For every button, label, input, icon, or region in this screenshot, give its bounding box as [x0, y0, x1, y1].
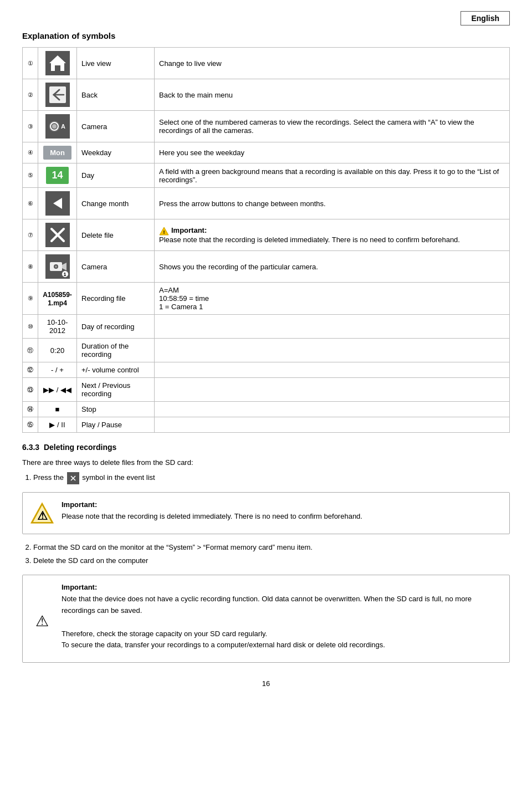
row-desc [155, 378, 510, 402]
row-name: Weekday [77, 142, 155, 163]
step-3: Delete the SD card on the computer [33, 555, 510, 567]
important-label: Important: [171, 226, 207, 234]
row-icon: 0:20 [38, 339, 77, 362]
icon-text: - / + [51, 366, 64, 374]
row-num: ⑧ [23, 251, 38, 283]
row-desc: Change to live view [155, 48, 510, 79]
table-row: ⑦ Delete file ! Important: Please note t… [23, 219, 510, 251]
row-icon: A [38, 111, 77, 142]
svg-marker-8 [53, 198, 62, 209]
svg-rect-1 [55, 65, 60, 71]
svg-marker-14 [62, 263, 66, 270]
row-name: Live view [77, 48, 155, 79]
row-name: Play / Pause [77, 417, 155, 433]
row-name: Next / Previous recording [77, 378, 155, 402]
row-name: Change month [77, 188, 155, 219]
page-title: Explanation of symbols [22, 31, 510, 40]
table-row: ⑭■Stop [23, 402, 510, 417]
table-row: ⑫- / ++/- volume control [23, 362, 510, 378]
row-desc [155, 402, 510, 417]
section-633-intro: There are three ways to delete files fro… [22, 457, 510, 469]
row-num: ⑦ [23, 219, 38, 251]
row-name: Duration of the recording [77, 339, 155, 362]
icon-text: 0:20 [50, 346, 64, 355]
camera-icon: A [45, 114, 70, 139]
svg-point-16 [55, 265, 57, 268]
row-num: ③ [23, 111, 38, 142]
important-warning-inline: ! Important: Please note that the record… [159, 226, 460, 244]
svg-text:!: ! [163, 229, 165, 235]
row-desc: Back to the main menu [155, 79, 510, 111]
language-label: English [461, 11, 510, 25]
row-name: Day of recording [77, 315, 155, 339]
language-section: English [22, 11, 510, 25]
weekday-badge: Mon [43, 146, 71, 160]
row-num: ⑫ [23, 362, 38, 378]
row-desc: A field with a green background means th… [155, 163, 510, 188]
table-row: ③ A CameraSelect one of the numbered cam… [23, 111, 510, 142]
row-desc: ! Important: Please note that the record… [155, 219, 510, 251]
table-row: ⑬▶▶ / ◀◀Next / Previous recording [23, 378, 510, 402]
camera2-icon: 1 [45, 254, 70, 279]
important-box-2-title: Important: [62, 583, 500, 591]
delete-important-text: Please note that the recording is delete… [159, 236, 460, 244]
table-row: ⑨A105859-1.mp4Recording fileA=AM 10:58:5… [23, 283, 510, 315]
row-num: ⑥ [23, 188, 38, 219]
svg-point-6 [52, 124, 57, 129]
row-num: ⑬ [23, 378, 38, 402]
row-icon [38, 79, 77, 111]
row-desc: A=AM 10:58:59 = time 1 = Camera 1 [155, 283, 510, 315]
row-desc [155, 339, 510, 362]
row-name: Recording file [77, 283, 155, 315]
row-name: Camera [77, 111, 155, 142]
delete-symbol-inline [67, 472, 79, 484]
row-desc [155, 417, 510, 433]
row-num: ⑭ [23, 402, 38, 417]
row-name: Stop [77, 402, 155, 417]
arrow-left-icon [45, 191, 70, 216]
icon-text: ■ [55, 405, 60, 413]
live-view-icon [45, 51, 70, 75]
table-row: ⑮▶ / IIPlay / Pause [23, 417, 510, 433]
table-row: ⑥ Change monthPress the arrow buttons to… [23, 188, 510, 219]
symbols-table: ① Live viewChange to live view② BackBack… [22, 47, 510, 433]
table-row: ② BackBack to the main menu [23, 79, 510, 111]
row-desc [155, 315, 510, 339]
row-num: ⑩ [23, 315, 38, 339]
warn-tri-icon: ! [159, 227, 169, 236]
section-633-heading: 6.3.3 Deleting recordings [22, 443, 510, 452]
icon-text: ▶▶ / ◀◀ [43, 386, 71, 394]
row-name: +/- volume control [77, 362, 155, 378]
section-633-steps: Press the symbol in the event list [33, 472, 510, 484]
row-name: Back [77, 79, 155, 111]
table-row: ⑪0:20Duration of the recording [23, 339, 510, 362]
day-badge: 14 [46, 167, 68, 184]
row-num: ⑤ [23, 163, 38, 188]
row-icon [38, 48, 77, 79]
row-num: ① [23, 48, 38, 79]
table-row: ⑩10-10-2012Day of recording [23, 315, 510, 339]
warning-icon-1: ⚠ [30, 502, 54, 525]
row-icon [38, 188, 77, 219]
row-num: ④ [23, 142, 38, 163]
icon-text: ▶ / II [49, 421, 65, 429]
row-num: ⑪ [23, 339, 38, 362]
row-icon: ▶▶ / ◀◀ [38, 378, 77, 402]
back-icon [45, 83, 70, 107]
step-1: Press the symbol in the event list [33, 472, 510, 484]
section-633: 6.3.3 Deleting recordings There are thre… [22, 443, 510, 663]
row-name: Delete file [77, 219, 155, 251]
row-icon: A105859-1.mp4 [38, 283, 77, 315]
row-desc: Select one of the numbered cameras to vi… [155, 111, 510, 142]
table-row: ⑧ 1 CameraShows you the recording of the… [23, 251, 510, 283]
row-desc: Press the arrow buttons to change betwee… [155, 188, 510, 219]
row-desc [155, 362, 510, 378]
camera-badge: 1 [62, 270, 69, 278]
svg-text:⚠: ⚠ [37, 509, 48, 522]
row-icon: ▶ / II [38, 417, 77, 433]
page-number: 16 [22, 679, 510, 688]
row-icon: ■ [38, 402, 77, 417]
row-num: ⑮ [23, 417, 38, 433]
table-row: ⑤14DayA field with a green background me… [23, 163, 510, 188]
delete-icon [45, 223, 70, 247]
